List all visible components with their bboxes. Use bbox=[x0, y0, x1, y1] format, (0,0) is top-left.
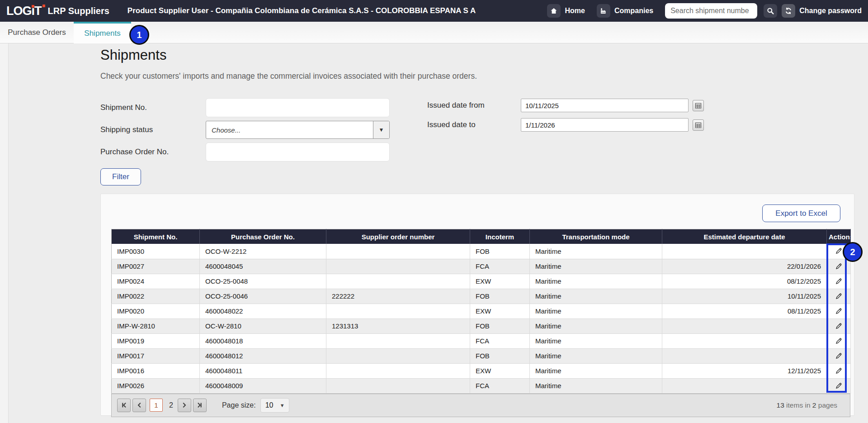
current-page-indicator[interactable]: 1 bbox=[150, 399, 163, 412]
edit-shipment-button[interactable] bbox=[833, 306, 844, 316]
shipment-no-input[interactable] bbox=[206, 98, 390, 117]
edit-shipment-button[interactable] bbox=[833, 276, 844, 286]
issued-date-to-label: Issued date to bbox=[427, 120, 521, 129]
shipping-status-label: Shipping status bbox=[100, 125, 206, 134]
cell-transportation-mode: Maritime bbox=[530, 333, 662, 348]
logo-text: LOG bbox=[6, 4, 32, 18]
nav-companies[interactable]: Companies bbox=[597, 4, 653, 18]
logo-red-dot-t bbox=[42, 5, 45, 7]
shipping-status-select[interactable]: Choose... ▼ bbox=[206, 121, 390, 139]
cell-actions bbox=[827, 304, 851, 318]
issued-date-to-input[interactable] bbox=[521, 118, 689, 132]
companies-icon bbox=[597, 4, 610, 18]
edit-shipment-button[interactable] bbox=[833, 336, 844, 346]
cell-purchase-order-no: 4600048011 bbox=[200, 363, 326, 378]
last-page-icon bbox=[196, 402, 203, 409]
cell-incoterm: FCA bbox=[470, 259, 530, 274]
chevron-right-icon bbox=[181, 402, 188, 409]
cell-incoterm: FOB bbox=[470, 348, 530, 363]
issued-date-from-calendar-button[interactable] bbox=[693, 100, 704, 111]
issued-date-to-calendar-button[interactable] bbox=[693, 119, 704, 131]
chevron-down-icon: ▼ bbox=[373, 121, 389, 138]
issued-date-from-label: Issued date from bbox=[427, 101, 521, 110]
top-bar-actions: Home Companies Change password bbox=[547, 3, 863, 19]
pencil-icon bbox=[835, 277, 843, 285]
cell-estimated-departure-date bbox=[662, 378, 827, 393]
change-password-label: Change password bbox=[799, 7, 862, 15]
calendar-icon bbox=[695, 102, 702, 109]
cell-estimated-departure-date: 08/12/2025 bbox=[662, 274, 827, 289]
cell-transportation-mode: Maritime bbox=[530, 259, 662, 274]
next-page-button[interactable] bbox=[178, 399, 191, 412]
cell-estimated-departure-date bbox=[662, 244, 827, 259]
nav-home[interactable]: Home bbox=[547, 4, 585, 18]
cell-purchase-order-no: OCO-W-2212 bbox=[200, 244, 326, 259]
companies-label: Companies bbox=[614, 7, 653, 15]
cell-shipment-no: IMP0017 bbox=[112, 348, 200, 363]
logit-logo[interactable]: LOGıT bbox=[6, 4, 42, 18]
edit-shipment-button[interactable] bbox=[833, 291, 844, 301]
edit-shipment-button[interactable] bbox=[833, 351, 844, 361]
edit-shipment-button[interactable] bbox=[833, 261, 844, 271]
filter-button[interactable]: Filter bbox=[100, 168, 141, 185]
shipments-panel: Export to Excel Shipment No. Purchase Or… bbox=[100, 194, 854, 416]
table-row: IMP0019 4600048018 FCA Maritime bbox=[112, 333, 851, 348]
search-button[interactable] bbox=[764, 4, 777, 18]
cell-transportation-mode: Maritime bbox=[530, 363, 662, 378]
change-password[interactable]: Change password bbox=[782, 4, 862, 18]
cell-incoterm: FCA bbox=[470, 378, 530, 393]
cell-purchase-order-no: 4600048022 bbox=[200, 304, 326, 318]
shipping-status-value: Choose... bbox=[206, 126, 373, 134]
cell-incoterm: EXW bbox=[470, 363, 530, 378]
col-header-actions: Actions bbox=[827, 229, 851, 244]
tab-purchase-orders[interactable]: Purchase Orders bbox=[0, 22, 74, 43]
first-page-button[interactable] bbox=[117, 399, 131, 412]
pencil-icon bbox=[835, 292, 843, 300]
cell-estimated-departure-date bbox=[662, 333, 827, 348]
table-row: IMP0026 4600048009 FCA Maritime bbox=[112, 378, 851, 393]
page-size-select[interactable]: 10 ▼ bbox=[260, 398, 289, 413]
cell-purchase-order-no: 4600048045 bbox=[200, 259, 326, 274]
col-header-estimated-departure-date: Estimated departure date bbox=[662, 229, 827, 244]
cell-purchase-order-no: OCO-25-0046 bbox=[200, 289, 326, 304]
tab-shipments[interactable]: Shipments bbox=[74, 22, 131, 43]
cell-actions bbox=[827, 318, 851, 333]
content-left-divider bbox=[0, 43, 9, 423]
cell-shipment-no: IMP-W-2810 bbox=[112, 318, 200, 333]
pencil-icon bbox=[835, 367, 843, 375]
cell-supplier-order-number: 1231313 bbox=[326, 318, 470, 333]
pencil-icon bbox=[835, 262, 843, 270]
export-to-excel-button[interactable]: Export to Excel bbox=[762, 204, 840, 222]
context-title: Product Supplier User - Compañia Colombi… bbox=[127, 6, 476, 15]
cell-supplier-order-number bbox=[326, 274, 470, 289]
cell-supplier-order-number bbox=[326, 333, 470, 348]
items-count: 13 bbox=[777, 401, 784, 409]
cell-purchase-order-no: 4600048009 bbox=[200, 378, 326, 393]
logo-text-t: T bbox=[34, 4, 42, 18]
table-row: IMP0020 4600048022 EXW Maritime 08/11/20… bbox=[112, 304, 851, 318]
filter-form-right: Issued date from Issued date to bbox=[427, 99, 726, 138]
search-input[interactable] bbox=[665, 3, 757, 19]
cell-transportation-mode: Maritime bbox=[530, 274, 662, 289]
pencil-icon bbox=[835, 307, 843, 315]
edit-shipment-button[interactable] bbox=[833, 381, 844, 390]
page-2-link[interactable]: 2 bbox=[169, 401, 173, 409]
edit-shipment-button[interactable] bbox=[833, 321, 844, 331]
cell-estimated-departure-date bbox=[662, 318, 827, 333]
last-page-button[interactable] bbox=[193, 399, 207, 412]
issued-date-from-input[interactable] bbox=[521, 99, 689, 112]
col-header-purchase-order-no: Purchase Order No. bbox=[200, 229, 326, 244]
page-subtitle: Check your customers' imports and manage… bbox=[100, 71, 477, 81]
previous-page-button[interactable] bbox=[132, 399, 146, 412]
cell-actions bbox=[827, 378, 851, 393]
cell-transportation-mode: Maritime bbox=[530, 348, 662, 363]
edit-shipment-button[interactable] bbox=[833, 366, 844, 375]
cell-actions bbox=[827, 274, 851, 289]
col-header-shipment-no: Shipment No. bbox=[112, 229, 200, 244]
purchase-order-input[interactable] bbox=[206, 143, 390, 162]
purchase-order-label: Purchase Order No. bbox=[100, 147, 206, 157]
cell-actions bbox=[827, 348, 851, 363]
cell-shipment-no: IMP0026 bbox=[112, 378, 200, 393]
page-size-label: Page size: bbox=[222, 401, 256, 409]
table-row: IMP0027 4600048045 FCA Maritime 22/01/20… bbox=[112, 259, 851, 274]
